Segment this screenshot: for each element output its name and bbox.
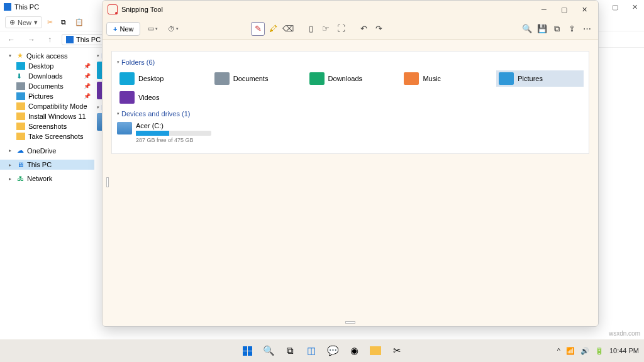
watermark: wsxdn.com xyxy=(609,330,640,337)
redo-icon[interactable]: ↷ xyxy=(372,22,386,36)
cap-folders-header: Folders (6) xyxy=(117,57,584,68)
sidebar-compat[interactable]: Compatibility Mode xyxy=(0,101,94,111)
up-button[interactable]: ↑ xyxy=(45,34,54,45)
search-icon[interactable]: 🔍 xyxy=(259,341,278,360)
volume-icon[interactable]: 🔊 xyxy=(580,347,589,355)
chrome-icon[interactable]: ◉ xyxy=(345,341,364,360)
save-icon[interactable]: 💾 xyxy=(535,22,549,36)
snipping-tool-icon xyxy=(108,4,118,14)
snipping-tool-window: Snipping Tool ─ ▢ ✕ +New ▭▾ ⏱▾ ✎ 🖍 ⌫ ▯ ☞… xyxy=(102,0,599,327)
cap-music: Music xyxy=(401,70,489,87)
cap-documents: Documents xyxy=(212,70,299,87)
copy-icon[interactable]: ⧉ xyxy=(61,18,70,27)
snip-titlebar[interactable]: Snipping Tool ─ ▢ ✕ xyxy=(103,1,598,18)
explorer-title-text: This PC xyxy=(14,3,39,11)
drive-usage-bar xyxy=(136,131,211,136)
start-button[interactable] xyxy=(238,341,257,360)
sidebar-onedrive[interactable]: ▸☁OneDrive xyxy=(0,145,94,156)
chat-icon[interactable]: 💬 xyxy=(323,341,342,360)
resize-handle-left[interactable] xyxy=(106,177,109,187)
new-button[interactable]: ⊕ New ▾ xyxy=(5,16,42,28)
pc-icon xyxy=(66,36,74,43)
ballpoint-pen-icon[interactable]: ✎ xyxy=(251,22,265,36)
touch-icon[interactable]: ☞ xyxy=(319,22,333,36)
snipping-taskbar-icon[interactable]: ✂ xyxy=(387,341,406,360)
sidebar-network[interactable]: ▸🖧Network xyxy=(0,173,94,184)
forward-button[interactable]: → xyxy=(25,34,38,45)
cut-icon[interactable]: ✂ xyxy=(47,18,56,27)
sidebar-this-pc[interactable]: ▸🖥This PC xyxy=(0,160,94,170)
crop-icon[interactable]: ⛶ xyxy=(334,22,348,36)
taskbar: 🔍 ⧉ ◫ 💬 ◉ ✂ ^ 📶 🔊 🔋 10:44 PM xyxy=(0,339,644,362)
snip-canvas[interactable]: Folders (6) Desktop Documents Downloads … xyxy=(103,40,598,326)
more-icon[interactable]: ⋯ xyxy=(580,22,594,36)
explorer-sidebar: ▾★Quick access Desktop📌 ⬇Downloads📌 Docu… xyxy=(0,48,94,346)
resize-handle-bottom[interactable] xyxy=(345,321,355,324)
tray-chevron-icon[interactable]: ^ xyxy=(557,347,560,354)
sidebar-documents[interactable]: Documents📌 xyxy=(0,81,94,91)
address-text: This PC xyxy=(76,36,101,43)
snip-title-text: Snipping Tool xyxy=(121,6,163,13)
sidebar-pictures[interactable]: Pictures📌 xyxy=(0,91,94,101)
sidebar-screenshots[interactable]: Screenshots xyxy=(0,121,94,131)
snip-toolbar: +New ▭▾ ⏱▾ ✎ 🖍 ⌫ ▯ ☞ ⛶ ↶ ↷ 🔍 💾 ⧉ ⇪ ⋯ xyxy=(103,18,598,40)
bg-maximize[interactable]: ▢ xyxy=(609,2,621,13)
wifi-icon[interactable]: 📶 xyxy=(566,347,575,355)
battery-icon[interactable]: 🔋 xyxy=(595,347,604,355)
zoom-icon[interactable]: 🔍 xyxy=(520,22,534,36)
cap-devices-header: Devices and drives (1) xyxy=(117,108,584,119)
cap-desktop: Desktop xyxy=(117,70,204,87)
cap-downloads: Downloads xyxy=(307,70,394,87)
captured-image: Folders (6) Desktop Documents Downloads … xyxy=(111,51,589,154)
bg-close[interactable]: ✕ xyxy=(630,2,640,13)
share-icon[interactable]: ⇪ xyxy=(565,22,579,36)
close-button[interactable]: ✕ xyxy=(575,3,593,16)
drive-icon xyxy=(117,122,132,134)
address-bar[interactable]: This PC xyxy=(62,34,105,45)
highlighter-icon[interactable]: 🖍 xyxy=(266,22,280,36)
maximize-button[interactable]: ▢ xyxy=(555,3,573,16)
this-pc-icon xyxy=(4,3,11,11)
delay-dropdown[interactable]: ⏱▾ xyxy=(165,23,181,35)
back-button[interactable]: ← xyxy=(5,34,18,45)
explorer-taskbar-icon[interactable] xyxy=(366,341,385,360)
widgets-icon[interactable]: ◫ xyxy=(302,341,321,360)
sidebar-desktop[interactable]: Desktop📌 xyxy=(0,61,94,71)
sidebar-take-ss[interactable]: Take Screenshots xyxy=(0,131,94,141)
sidebar-downloads[interactable]: ⬇Downloads📌 xyxy=(0,71,94,81)
paste-icon[interactable]: 📋 xyxy=(75,18,84,27)
cap-drive-c: Acer (C:) 287 GB free of 475 GB xyxy=(117,122,584,143)
drive-free-text: 287 GB free of 475 GB xyxy=(136,137,211,143)
cap-videos: Videos xyxy=(117,89,205,106)
sidebar-quick-access[interactable]: ▾★Quick access xyxy=(0,50,94,61)
copy-snip-icon[interactable]: ⧉ xyxy=(550,22,564,36)
undo-icon[interactable]: ↶ xyxy=(357,22,370,36)
snip-mode-dropdown[interactable]: ▭▾ xyxy=(145,23,160,35)
ruler-icon[interactable]: ▯ xyxy=(304,22,318,36)
taskview-icon[interactable]: ⧉ xyxy=(280,341,299,360)
sidebar-install[interactable]: Install Windows 11 xyxy=(0,111,94,121)
minimize-button[interactable]: ─ xyxy=(535,3,553,16)
eraser-icon[interactable]: ⌫ xyxy=(281,22,295,36)
cap-pictures: Pictures xyxy=(496,70,584,87)
new-snip-button[interactable]: +New xyxy=(106,22,140,36)
clock[interactable]: 10:44 PM xyxy=(609,347,639,354)
drive-name: Acer (C:) xyxy=(136,122,211,129)
